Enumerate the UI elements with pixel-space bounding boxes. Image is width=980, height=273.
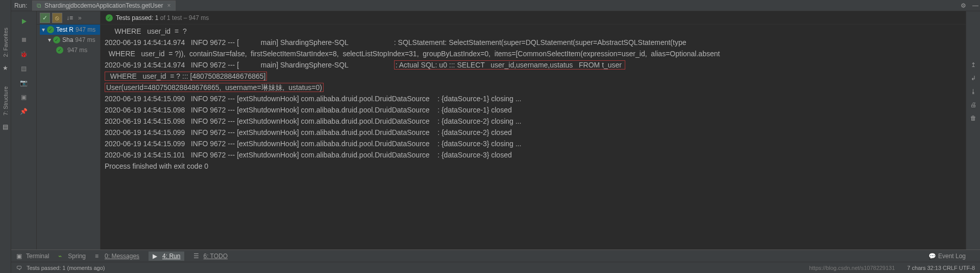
close-tab-icon[interactable]: × bbox=[167, 2, 171, 9]
todo-tab[interactable]: ☰6: TODO bbox=[193, 253, 228, 260]
left-tool-rail: 2: Favorites ★ 7: Structure ▤ bbox=[0, 0, 11, 273]
tree-options-icon[interactable]: » bbox=[78, 14, 82, 21]
status-bar: 🗨 Tests passed: 1 (moments ago) https://… bbox=[11, 262, 980, 273]
test-tree-class[interactable]: ▾ ✓ Sha 947 ms bbox=[40, 35, 100, 45]
console-right-gutter: ↥ ↲ ⭳ 🖨 🗑 bbox=[966, 11, 980, 249]
test-tree-root[interactable]: ▾ ✓ Test R 947 ms bbox=[40, 25, 100, 35]
test-ok-icon: ✓ bbox=[56, 47, 63, 54]
terminal-icon: ▣ bbox=[16, 253, 23, 260]
status-right: 7 chars 32:13 CRLF UTF-8 bbox=[907, 265, 975, 271]
minimize-icon[interactable]: — bbox=[971, 2, 980, 9]
up-stack-icon[interactable]: ↥ bbox=[968, 60, 978, 70]
run-config-tab-label: ShardingjdbcdemoApplicationTests.getUser bbox=[44, 2, 163, 9]
rerun-button[interactable] bbox=[19, 16, 29, 27]
chevron-down-icon: ▾ bbox=[48, 36, 53, 43]
test-tree: ✓ ⦸ ↓≡ » ▾ ✓ Test R 947 ms ▾ ✓ Sha 947 m… bbox=[37, 11, 101, 249]
stop-button[interactable] bbox=[19, 35, 29, 45]
debug-icon[interactable]: 🐞 bbox=[19, 49, 29, 59]
structure-icon[interactable]: ▤ bbox=[2, 123, 10, 131]
event-log-icon: 💬 bbox=[928, 253, 936, 260]
camera-icon[interactable]: 📷 bbox=[19, 78, 29, 88]
run-config-tab[interactable]: ⧉ ShardingjdbcdemoApplicationTests.getUs… bbox=[32, 1, 175, 11]
messages-icon: ≡ bbox=[95, 253, 102, 260]
test-summary: ✓ Tests passed: 1 of 1 test – 947 ms bbox=[101, 11, 966, 25]
layout-icon[interactable]: ▤ bbox=[19, 63, 29, 74]
favorites-tool-button[interactable]: 2: Favorites bbox=[3, 28, 9, 57]
main-panel: Run: ⧉ ShardingjdbcdemoApplicationTests.… bbox=[11, 0, 980, 273]
show-passed-toggle[interactable]: ✓ bbox=[40, 13, 50, 23]
console-lines[interactable]: WHERE user_id = ?2020-06-19 14:54:14.974… bbox=[101, 25, 966, 249]
structure-tool-button[interactable]: 7: Structure bbox=[3, 86, 9, 116]
print-icon[interactable]: 🖨 bbox=[968, 100, 978, 110]
bottom-tool-tabs: ▣Terminal ⌁Spring ≡0: Messages ▶4: Run ☰… bbox=[11, 249, 980, 262]
gear-icon[interactable]: ⚙ bbox=[959, 2, 968, 9]
run-tab-bar: Run: ⧉ ShardingjdbcdemoApplicationTests.… bbox=[11, 0, 980, 11]
test-tree-method[interactable]: ✓ 947 ms bbox=[40, 45, 100, 55]
watermark-text: https://blog.csdn.net/s1078229131 bbox=[809, 265, 895, 271]
box-icon[interactable]: ▣ bbox=[19, 92, 29, 102]
show-ignored-toggle[interactable]: ⦸ bbox=[52, 13, 62, 23]
scroll-end-icon[interactable]: ⭳ bbox=[968, 86, 978, 97]
svg-marker-0 bbox=[22, 19, 27, 24]
status-info-icon: 🗨 bbox=[16, 265, 23, 271]
soft-wrap-icon[interactable]: ↲ bbox=[968, 73, 978, 83]
test-ok-icon: ✓ bbox=[53, 36, 60, 43]
test-ok-icon: ✓ bbox=[106, 14, 113, 21]
run-bottom-tab[interactable]: ▶4: Run bbox=[149, 252, 184, 261]
sort-icon[interactable]: ↓≡ bbox=[66, 14, 73, 21]
clear-icon[interactable]: 🗑 bbox=[968, 113, 978, 123]
terminal-tab[interactable]: ▣Terminal bbox=[16, 253, 49, 260]
todo-icon: ☰ bbox=[193, 253, 201, 260]
chevron-down-icon: ▾ bbox=[42, 26, 47, 33]
run-panel-label: Run: bbox=[14, 2, 27, 9]
test-ok-icon: ✓ bbox=[47, 26, 54, 33]
messages-tab[interactable]: ≡0: Messages bbox=[95, 253, 139, 260]
run-gutter: 🐞 ▤ 📷 ▣ 📌 bbox=[11, 11, 37, 249]
event-log-tab[interactable]: 💬Event Log bbox=[928, 253, 966, 260]
spring-icon: ⌁ bbox=[58, 253, 65, 260]
favorites-star-icon[interactable]: ★ bbox=[2, 64, 10, 72]
console-output: ✓ Tests passed: 1 of 1 test – 947 ms WHE… bbox=[101, 11, 966, 249]
pin-icon[interactable]: 📌 bbox=[19, 106, 29, 117]
svg-rect-1 bbox=[22, 38, 26, 42]
status-message: Tests passed: 1 (moments ago) bbox=[27, 265, 105, 271]
test-tab-icon: ⧉ bbox=[37, 2, 41, 9]
run-bottom-icon: ▶ bbox=[153, 253, 160, 260]
spring-tab[interactable]: ⌁Spring bbox=[58, 253, 86, 260]
test-tree-toolbar: ✓ ⦸ ↓≡ » bbox=[37, 11, 100, 25]
